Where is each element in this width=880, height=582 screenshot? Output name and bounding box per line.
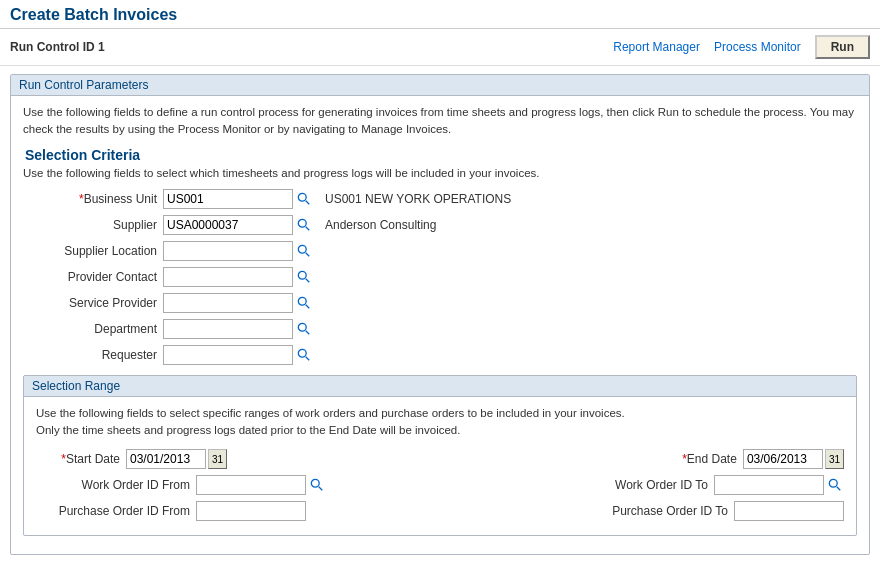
provider-contact-lookup-icon[interactable] [295,268,313,286]
svg-point-14 [311,479,319,487]
work-order-from-section: Work Order ID From [36,475,440,495]
requester-row: Requester [23,345,857,365]
supplier-location-lookup-icon[interactable] [295,242,313,260]
svg-line-17 [837,487,841,491]
supplier-location-row: Supplier Location [23,241,857,261]
supplier-label: Supplier [23,218,163,232]
end-date-label: *End Date [663,452,743,466]
supplier-lookup-icon[interactable] [295,216,313,234]
business-unit-input[interactable] [163,189,293,209]
supplier-location-label: Supplier Location [23,244,163,258]
svg-line-5 [306,252,310,256]
business-unit-row: *Business Unit US001 NEW YORK OPERATIONS [23,189,857,209]
work-order-row: Work Order ID From Work Order ID To [36,475,844,495]
work-order-to-label: Work Order ID To [584,478,714,492]
supplier-description: Anderson Consulting [325,218,436,232]
selection-range-info: Use the following fields to select speci… [36,405,844,440]
start-date-input[interactable] [126,449,206,469]
required-star-end-date: * [682,452,687,466]
svg-point-6 [298,271,306,279]
work-order-to-input[interactable] [714,475,824,495]
svg-line-11 [306,330,310,334]
work-order-from-lookup-icon[interactable] [308,476,326,494]
supplier-location-input[interactable] [163,241,293,261]
requester-lookup-icon[interactable] [295,346,313,364]
range-info-text-1: Use the following fields to select speci… [36,407,625,419]
report-manager-link[interactable]: Report Manager [613,40,700,54]
end-date-section: *End Date 31 [440,449,844,469]
work-order-from-label: Work Order ID From [36,478,196,492]
provider-contact-input[interactable] [163,267,293,287]
main-content: Run Control Parameters Use the following… [0,66,880,573]
provider-contact-row: Provider Contact [23,267,857,287]
selection-criteria-desc: Use the following fields to select which… [23,167,857,179]
svg-point-12 [298,349,306,357]
purchase-order-to-section: Purchase Order ID To [440,501,844,521]
department-input[interactable] [163,319,293,339]
run-control-params-title: Run Control Parameters [19,78,148,92]
purchase-order-to-label: Purchase Order ID To [604,504,734,518]
run-control-params-header: Run Control Parameters [11,75,869,96]
department-row: Department [23,319,857,339]
selection-range-title: Selection Range [32,379,120,393]
purchase-order-from-input[interactable] [196,501,306,521]
start-date-label: *Start Date [36,452,126,466]
svg-line-13 [306,356,310,360]
svg-line-1 [306,200,310,204]
department-label: Department [23,322,163,336]
svg-point-2 [298,219,306,227]
run-control-label: Run Control ID [10,40,95,54]
run-button[interactable]: Run [815,35,870,59]
svg-line-15 [319,487,323,491]
process-monitor-link[interactable]: Process Monitor [714,40,801,54]
svg-point-16 [829,479,837,487]
supplier-row: Supplier Anderson Consulting [23,215,857,235]
svg-point-10 [298,323,306,331]
requester-label: Requester [23,348,163,362]
requester-input[interactable] [163,345,293,365]
range-info-text-2: Only the time sheets and progress logs d… [36,424,460,436]
svg-line-9 [306,304,310,308]
date-range-row: *Start Date 31 *End Date 31 [36,449,844,469]
run-control-params-content: Use the following fields to define a run… [11,96,869,554]
supplier-input[interactable] [163,215,293,235]
work-order-to-lookup-icon[interactable] [826,476,844,494]
svg-line-7 [306,278,310,282]
svg-point-8 [298,297,306,305]
selection-criteria-title: Selection Criteria [23,147,857,163]
service-provider-input[interactable] [163,293,293,313]
required-star-start-date: * [61,452,66,466]
purchase-order-row: Purchase Order ID From Purchase Order ID… [36,501,844,521]
business-unit-lookup-icon[interactable] [295,190,313,208]
work-order-from-input[interactable] [196,475,306,495]
selection-range-box: Selection Range Use the following fields… [23,375,857,537]
work-order-to-section: Work Order ID To [440,475,844,495]
page-title: Create Batch Invoices [0,0,880,29]
start-date-section: *Start Date 31 [36,449,440,469]
selection-range-header: Selection Range [24,376,856,397]
run-control-params-box: Run Control Parameters Use the following… [10,74,870,555]
service-provider-label: Service Provider [23,296,163,310]
purchase-order-to-input[interactable] [734,501,844,521]
svg-point-0 [298,193,306,201]
service-provider-lookup-icon[interactable] [295,294,313,312]
start-date-calendar-button[interactable]: 31 [208,449,227,469]
toolbar: Run Control ID 1 Report Manager Process … [0,29,880,66]
provider-contact-label: Provider Contact [23,270,163,284]
selection-range-content: Use the following fields to select speci… [24,397,856,536]
run-control-value: 1 [98,40,105,54]
end-date-input[interactable] [743,449,823,469]
run-control-info-text: Use the following fields to define a run… [23,104,857,139]
svg-point-4 [298,245,306,253]
business-unit-description: US001 NEW YORK OPERATIONS [325,192,511,206]
department-lookup-icon[interactable] [295,320,313,338]
business-unit-label: *Business Unit [23,192,163,206]
end-date-calendar-button[interactable]: 31 [825,449,844,469]
run-control-section: Run Control ID 1 [10,40,105,54]
service-provider-row: Service Provider [23,293,857,313]
main-heading: Create Batch Invoices [10,6,870,24]
svg-line-3 [306,226,310,230]
purchase-order-from-section: Purchase Order ID From [36,501,440,521]
purchase-order-from-label: Purchase Order ID From [36,504,196,518]
toolbar-links: Report Manager Process Monitor Run [613,35,870,59]
